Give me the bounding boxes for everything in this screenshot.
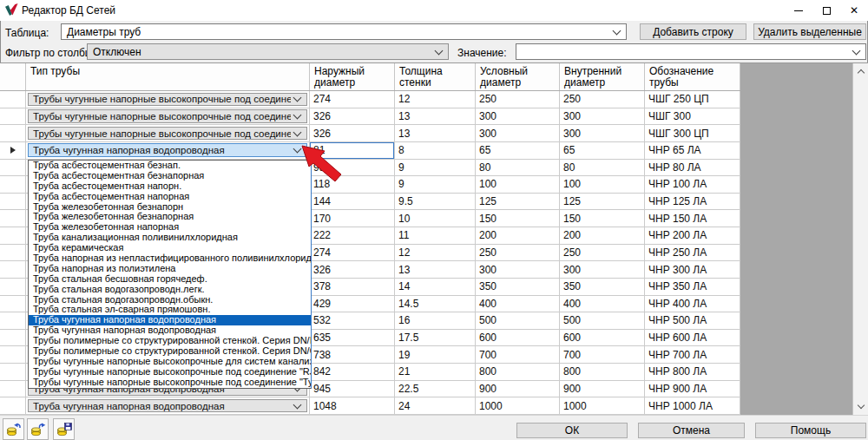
wall-thickness-cell[interactable]: 8 — [395, 142, 476, 159]
nominal-diameter-cell[interactable]: 1000 — [476, 397, 560, 414]
help-button[interactable]: Помощь — [755, 423, 866, 438]
pipe-type-cell[interactable]: Трубы чугунные напорные высокопрочные по… — [26, 125, 310, 141]
wall-thickness-cell[interactable]: 9.5 — [395, 194, 476, 210]
nominal-diameter-cell[interactable]: 80 — [476, 160, 560, 176]
pipe-mark-cell[interactable]: ЧНР 65 ЛА — [645, 142, 740, 159]
inner-diameter-cell[interactable]: 250 — [560, 245, 645, 261]
close-button[interactable]: ✕ — [840, 0, 868, 21]
pipe-type-combobox[interactable]: Трубы чугунные напорные высокопрочные по… — [28, 109, 307, 123]
dropdown-item[interactable]: Труба железобетонная безнапорн — [29, 202, 311, 213]
inner-diameter-cell[interactable]: 300 — [560, 261, 645, 278]
row-selector[interactable] — [0, 312, 26, 329]
row-selector[interactable] — [0, 91, 26, 108]
outer-diameter-cell[interactable]: 1048 — [310, 397, 395, 414]
inner-diameter-cell[interactable]: 500 — [560, 312, 645, 329]
row-selector[interactable] — [0, 160, 26, 176]
wall-thickness-cell[interactable]: 12 — [395, 91, 476, 108]
inner-diameter-cell[interactable]: 250 — [560, 91, 645, 108]
pipe-mark-cell[interactable]: ЧШГ 300 — [645, 108, 740, 125]
inner-diameter-cell[interactable]: 800 — [560, 364, 645, 380]
minimize-button[interactable] — [785, 0, 812, 21]
inner-diameter-cell[interactable]: 65 — [560, 142, 645, 159]
row-selector[interactable] — [0, 245, 26, 261]
undo-db-button[interactable] — [3, 418, 24, 440]
cancel-button[interactable]: Отмена — [638, 423, 745, 438]
inner-diameter-cell[interactable]: 400 — [560, 296, 645, 312]
wall-thickness-cell[interactable]: 24 — [395, 397, 476, 414]
outer-diameter-cell[interactable]: 429 — [310, 296, 395, 312]
nominal-diameter-cell[interactable]: 150 — [476, 210, 560, 227]
row-selector[interactable] — [0, 176, 26, 193]
inner-diameter-cell[interactable]: 80 — [560, 160, 645, 176]
pipe-mark-cell[interactable]: ЧНР 150 ЛА — [645, 210, 740, 227]
wall-thickness-cell[interactable]: 22.5 — [395, 381, 476, 397]
wall-thickness-cell[interactable]: 17.5 — [395, 330, 476, 346]
row-selector[interactable] — [0, 381, 26, 397]
row-selector[interactable] — [0, 125, 26, 141]
pipe-mark-cell[interactable]: ЧНР 700 ЛА — [645, 346, 740, 363]
row-selector[interactable] — [0, 364, 26, 380]
pipe-type-cell[interactable]: Труба чугунная напорная водопроводная — [26, 397, 310, 414]
nominal-diameter-cell[interactable]: 300 — [476, 108, 560, 125]
nominal-diameter-cell[interactable]: 400 — [476, 296, 560, 312]
wall-thickness-cell[interactable]: 14.5 — [395, 296, 476, 312]
nominal-diameter-cell[interactable]: 250 — [476, 245, 560, 261]
pipe-mark-cell[interactable]: ЧНР 600 ЛА — [645, 330, 740, 346]
pipe-mark-cell[interactable]: ЧНР 500 ЛА — [645, 312, 740, 329]
dropdown-item[interactable]: Труба напорная из полиэтилена — [29, 264, 311, 274]
dropdown-item[interactable]: Труба железобетонная безнапорная — [29, 212, 311, 222]
wall-thickness-cell[interactable]: 9 — [395, 160, 476, 176]
dropdown-item[interactable]: Труба чугунная напорная водопроводная — [29, 315, 311, 325]
inner-diameter-cell[interactable]: 600 — [560, 330, 645, 346]
row-selector[interactable] — [0, 210, 26, 227]
outer-diameter-cell[interactable]: 170 — [310, 210, 395, 227]
outer-diameter-cell[interactable]: 274 — [310, 245, 395, 261]
pipe-mark-cell[interactable]: ЧНР 300 ЛА — [645, 261, 740, 278]
pipe-type-combobox[interactable]: Трубы чугунные напорные высокопрочные по… — [28, 127, 307, 141]
pipe-type-combobox[interactable]: Трубы чугунные напорные высокопрочные по… — [28, 93, 307, 107]
outer-diameter-cell[interactable]: 326 — [310, 125, 395, 141]
pipe-mark-cell[interactable]: ЧНР 350 ЛА — [645, 279, 740, 295]
table-select[interactable]: Диаметры труб — [61, 23, 627, 40]
vertical-scrollbar[interactable] — [852, 63, 868, 415]
wall-thickness-cell[interactable]: 21 — [395, 364, 476, 380]
dropdown-item[interactable]: Труба стальная бесшовная горячедеф. — [29, 274, 311, 285]
pipe-mark-cell[interactable]: ЧНР 1000 ЛА — [645, 397, 740, 414]
maximize-button[interactable] — [812, 0, 840, 21]
pipe-type-combobox[interactable]: Труба чугунная напорная водопроводная — [28, 143, 307, 157]
wall-thickness-cell[interactable]: 14 — [395, 279, 476, 295]
nominal-diameter-cell[interactable]: 700 — [476, 346, 560, 363]
dropdown-item[interactable]: Трубы чугунные напорные высокопрочные дл… — [29, 357, 311, 367]
dropdown-item[interactable]: Труба стальная эл-сварная прямошовн. — [29, 305, 311, 315]
inner-diameter-cell[interactable]: 125 — [560, 194, 645, 210]
row-selector[interactable] — [0, 397, 26, 414]
pipe-type-cell[interactable]: Труба чугунная напорная водопроводная — [26, 142, 310, 159]
wall-thickness-cell[interactable]: 13 — [395, 125, 476, 141]
nominal-diameter-cell[interactable]: 65 — [476, 142, 560, 159]
dropdown-item[interactable]: Труба напорная из непластифицированного … — [29, 253, 311, 264]
pipe-mark-cell[interactable]: ЧНР 100 ЛА — [645, 176, 740, 193]
row-selector[interactable] — [0, 227, 26, 244]
row-selector[interactable] — [0, 261, 26, 278]
redo-db-button[interactable] — [27, 418, 49, 440]
row-selector[interactable] — [0, 296, 26, 312]
inner-diameter-cell[interactable]: 200 — [560, 227, 645, 244]
nominal-diameter-cell[interactable]: 350 — [476, 279, 560, 295]
scroll-down-button[interactable] — [855, 400, 866, 412]
wall-thickness-cell[interactable]: 13 — [395, 261, 476, 278]
dropdown-item[interactable]: Труба чугунная напорная водопроводная — [29, 325, 311, 336]
pipe-type-cell[interactable]: Трубы чугунные напорные высокопрочные по… — [26, 108, 310, 125]
outer-diameter-cell[interactable]: 222 — [310, 227, 395, 244]
filter-select[interactable]: Отключен — [87, 43, 449, 60]
nominal-diameter-cell[interactable]: 100 — [476, 176, 560, 193]
dropdown-item[interactable]: Труба канализационная поливинилхлоридная — [29, 233, 311, 243]
outer-diameter-cell[interactable]: 144 — [310, 194, 395, 210]
dropdown-item[interactable]: Труба керамическая — [29, 243, 311, 253]
pipe-mark-cell[interactable]: ЧШГ 300 ЦП — [645, 125, 740, 141]
dropdown-item[interactable]: Трубы полимерные со структурированной ст… — [29, 346, 311, 357]
nominal-diameter-cell[interactable]: 500 — [476, 312, 560, 329]
wall-thickness-cell[interactable]: 9 — [395, 176, 476, 193]
outer-diameter-cell[interactable]: 532 — [310, 312, 395, 329]
pipe-mark-cell[interactable]: ЧНР 200 ЛА — [645, 227, 740, 244]
dropdown-item[interactable]: Труба железобетонная напорная — [29, 222, 311, 233]
